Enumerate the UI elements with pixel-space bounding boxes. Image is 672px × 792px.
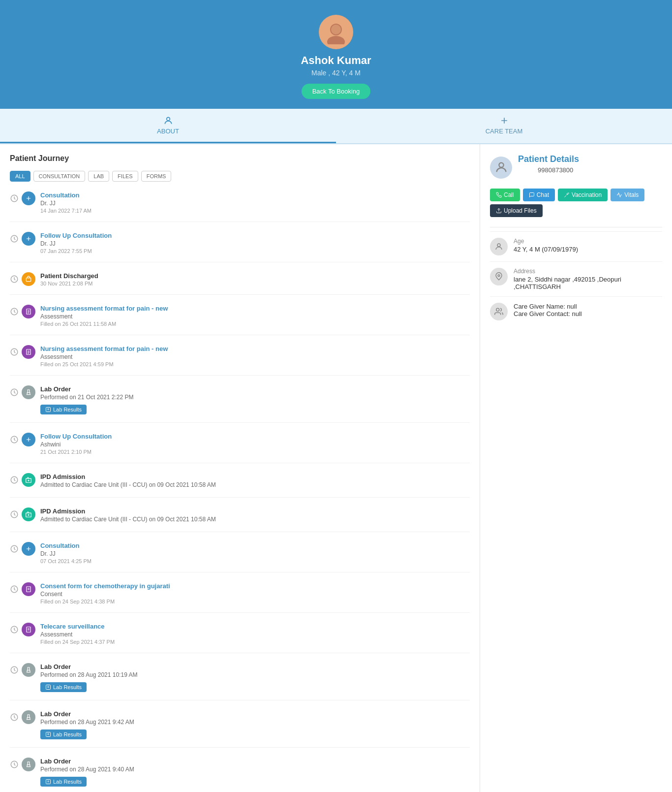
svg-point-63 (498, 275, 500, 277)
lab-results-button[interactable]: Lab Results (40, 405, 87, 414)
journey-item: IPD Admission Admitted to Cardiac Care U… (10, 507, 470, 532)
journey-item: Telecare surveillance Assessment Filled … (10, 623, 470, 653)
item-icon-wrapper (10, 191, 35, 205)
item-content: IPD Admission Admitted to Cardiac Care U… (40, 473, 470, 489)
item-title[interactable]: IPD Admission (40, 507, 470, 515)
item-title[interactable]: Consent form for chemotherapy in gujarat… (40, 582, 470, 590)
journey-item: Patient Discharged 30 Nov 2021 2:08 PM (10, 272, 470, 295)
consultation-icon (22, 191, 35, 205)
lab-results-button[interactable]: Lab Results (40, 777, 87, 787)
item-content: Consent form for chemotherapy in gujarat… (40, 582, 470, 604)
item-content: Patient Discharged 30 Nov 2021 2:08 PM (40, 272, 470, 286)
journey-item: Consent form for chemotherapy in gujarat… (10, 582, 470, 613)
svg-point-64 (496, 308, 499, 311)
item-content: Nursing assessment format for pain - new… (40, 345, 470, 367)
item-title[interactable]: IPD Admission (40, 473, 470, 480)
item-subtitle: Dr. JJ (40, 240, 470, 247)
lab-icon (22, 758, 35, 771)
item-title[interactable]: Nursing assessment format for pain - new (40, 305, 470, 312)
call-button[interactable]: Call (490, 189, 520, 201)
lab-icon (22, 663, 35, 677)
svg-point-3 (166, 117, 170, 121)
item-icon-wrapper (10, 473, 35, 487)
form-icon (22, 305, 35, 318)
address-label: Address (514, 268, 662, 275)
action-buttons: Call Chat Vaccination Vitals Upload File… (490, 189, 662, 217)
filter-files[interactable]: FILES (112, 171, 138, 182)
item-title[interactable]: Consultation (40, 542, 470, 549)
upload-files-button[interactable]: Upload Files (490, 204, 543, 217)
item-icon-wrapper (10, 623, 35, 636)
item-icon-wrapper (10, 433, 35, 446)
item-title[interactable]: Follow Up Consultation (40, 232, 470, 239)
header: Ashok Kumar Male , 42 Y, 4 M Back To Boo… (0, 0, 672, 109)
chat-button[interactable]: Chat (523, 189, 555, 201)
tab-care-team[interactable]: CARE TEAM (336, 109, 672, 143)
divider (490, 227, 662, 227)
item-title[interactable]: Nursing assessment format for pain - new (40, 345, 470, 352)
filter-all[interactable]: ALL (10, 171, 31, 182)
journey-items-list: Consultation Dr. JJ 14 Jan 2022 7:17 AM … (10, 191, 470, 792)
item-subtitle: Ashwini (40, 441, 470, 448)
age-label: Age (514, 238, 578, 245)
item-subtitle: Assessment (40, 313, 470, 320)
item-content: Consultation Dr. JJ 07 Oct 2021 4:25 PM (40, 542, 470, 564)
item-title[interactable]: Follow Up Consultation (40, 433, 470, 440)
svg-point-2 (331, 25, 341, 34)
item-content: Follow Up Consultation Ashwini 21 Oct 20… (40, 433, 470, 455)
item-date: Filled on 24 Sep 2021 4:37 PM (40, 639, 470, 645)
journey-item: Lab Order Performed on 28 Aug 2021 10:19… (10, 663, 470, 700)
item-content: Follow Up Consultation Dr. JJ 07 Jan 202… (40, 232, 470, 254)
item-date: 07 Oct 2021 4:25 PM (40, 558, 470, 564)
item-title[interactable]: Lab Order (40, 758, 470, 765)
item-content: Lab Order Performed on 28 Aug 2021 10:19… (40, 663, 470, 692)
item-icon-wrapper (10, 385, 35, 399)
item-title[interactable]: Telecare surveillance (40, 623, 470, 630)
journey-item: Consultation Dr. JJ 14 Jan 2022 7:17 AM (10, 191, 470, 222)
item-icon-wrapper (10, 542, 35, 556)
item-title[interactable]: Lab Order (40, 710, 470, 718)
address-row: Address lane 2, Siddhi nagar ,492015 ,De… (490, 261, 662, 296)
lab-icon (22, 710, 35, 724)
item-date: Filled on 24 Sep 2021 4:38 PM (40, 599, 470, 604)
patient-info: Male , 42 Y, 4 M (0, 69, 672, 77)
filter-buttons: ALL CONSULTATION LAB FILES FORMS (10, 171, 470, 182)
item-title[interactable]: Lab Order (40, 663, 470, 670)
tab-about[interactable]: ABOUT (0, 109, 336, 143)
item-subtitle: Consent (40, 591, 470, 598)
item-subtitle: Admitted to Cardiac Care Unit (III - CCU… (40, 481, 470, 488)
journey-item: Nursing assessment format for pain - new… (10, 305, 470, 335)
item-title[interactable]: Consultation (40, 191, 470, 199)
lab-results-button[interactable]: Lab Results (40, 729, 87, 739)
back-to-booking-button[interactable]: Back To Booking (302, 84, 371, 99)
item-date: 30 Nov 2021 2:08 PM (40, 281, 470, 286)
item-date: 21 Oct 2021 2:10 PM (40, 449, 470, 455)
journey-item: Follow Up Consultation Dr. JJ 07 Jan 202… (10, 232, 470, 262)
item-title[interactable]: Lab Order (40, 385, 470, 393)
item-date: 14 Jan 2022 7:17 AM (40, 208, 470, 214)
item-title[interactable]: Patient Discharged (40, 272, 470, 280)
consultation-icon (22, 433, 35, 446)
item-content: Lab Order Performed on 28 Aug 2021 9:42 … (40, 710, 470, 739)
filter-consultation[interactable]: CONSULTATION (33, 171, 86, 182)
details-title-group: Patient Details 9980873800 (518, 154, 579, 181)
caregiver-row: Care Giver Name: null Care Giver Contact… (490, 296, 662, 326)
form-icon (22, 345, 35, 359)
consultation-icon (22, 542, 35, 556)
journey-item: IPD Admission Admitted to Cardiac Care U… (10, 473, 470, 498)
item-content: Nursing assessment format for pain - new… (40, 305, 470, 327)
patient-avatar (319, 15, 353, 49)
vitals-button[interactable]: Vitals (611, 189, 644, 201)
patient-details-section: Patient Details 9980873800 Call Chat Vac… (480, 144, 672, 792)
item-icon-wrapper (10, 663, 35, 677)
filter-lab[interactable]: LAB (88, 171, 109, 182)
vaccination-button[interactable]: Vaccination (558, 189, 608, 201)
item-content: Telecare surveillance Assessment Filled … (40, 623, 470, 645)
item-subtitle: Dr. JJ (40, 200, 470, 207)
address-icon (490, 268, 508, 285)
form-icon (22, 623, 35, 636)
lab-results-button[interactable]: Lab Results (40, 682, 87, 692)
item-date: Filled on 25 Oct 2021 4:59 PM (40, 361, 470, 367)
item-subtitle: Dr. JJ (40, 550, 470, 557)
filter-forms[interactable]: FORMS (141, 171, 172, 182)
